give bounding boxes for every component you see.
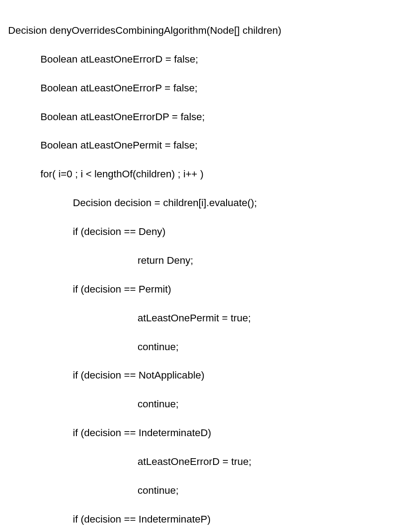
code-line: if (decision == IndeterminateD) bbox=[8, 426, 411, 440]
code-line: Boolean atLeastOnePermit = false; bbox=[8, 138, 411, 153]
code-line: Boolean atLeastOneErrorDP = false; bbox=[8, 110, 411, 124]
code-line: for( i=0 ; i < lengthOf(children) ; i++ … bbox=[8, 167, 411, 181]
code-line: if (decision == NotApplicable) bbox=[8, 368, 411, 383]
code-line: Decision denyOverridesCombiningAlgorithm… bbox=[8, 23, 411, 38]
code-line: atLeastOneErrorD = true; bbox=[8, 455, 411, 469]
code-line: continue; bbox=[8, 340, 411, 354]
code-line: return Deny; bbox=[8, 253, 411, 268]
pseudocode-block: Decision denyOverridesCombiningAlgorithm… bbox=[8, 9, 411, 532]
code-line: continue; bbox=[8, 397, 411, 411]
code-line: Boolean atLeastOneErrorD = false; bbox=[8, 52, 411, 67]
code-line: if (decision == IndeterminateP) bbox=[8, 512, 411, 527]
code-line: Decision decision = children[i].evaluate… bbox=[8, 196, 411, 210]
code-line: if (decision == Permit) bbox=[8, 282, 411, 297]
code-line: continue; bbox=[8, 483, 411, 498]
code-line: if (decision == Deny) bbox=[8, 225, 411, 239]
code-line: atLeastOnePermit = true; bbox=[8, 311, 411, 325]
code-line: Boolean atLeastOneErrorP = false; bbox=[8, 81, 411, 95]
